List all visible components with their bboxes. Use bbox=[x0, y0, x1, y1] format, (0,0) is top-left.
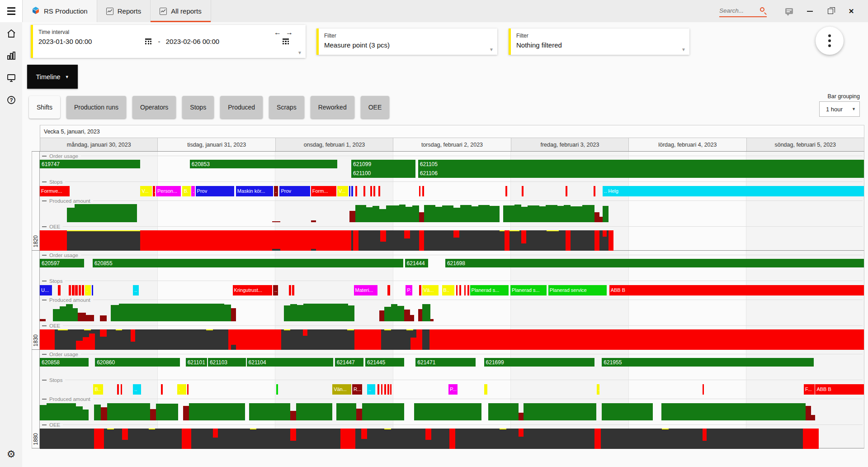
produced-bar[interactable] bbox=[406, 207, 412, 222]
collapse-dash-icon[interactable] bbox=[42, 325, 47, 326]
stop-bar[interactable] bbox=[381, 384, 383, 395]
produced-bar[interactable] bbox=[355, 205, 366, 222]
order-bar[interactable]: 621471 bbox=[415, 358, 476, 367]
stop-bar[interactable] bbox=[459, 285, 461, 295]
view-selector-button[interactable]: Timeline ▼ bbox=[27, 65, 78, 89]
stop-bar[interactable]: Prov bbox=[279, 186, 310, 196]
stop-bar[interactable] bbox=[456, 285, 458, 295]
oee-bar[interactable] bbox=[67, 230, 140, 251]
stop-bar[interactable]: Person... bbox=[156, 186, 181, 196]
stop-bar[interactable]: Vän... bbox=[332, 384, 351, 395]
produced-bar[interactable] bbox=[53, 309, 60, 321]
produced-bar[interactable] bbox=[150, 409, 156, 420]
produced-bar[interactable] bbox=[661, 403, 806, 420]
stop-bar[interactable]: . bbox=[191, 186, 194, 196]
stop-bar[interactable]: U... bbox=[40, 285, 52, 295]
tab-reports[interactable]: Reports bbox=[97, 0, 151, 22]
oee-bar[interactable] bbox=[281, 329, 354, 350]
produced-bar[interactable] bbox=[412, 205, 419, 222]
produced-bar[interactable] bbox=[594, 212, 599, 222]
stop-bar[interactable]: R... bbox=[352, 384, 362, 395]
tab-all-reports[interactable]: All reports bbox=[151, 0, 211, 22]
produced-bar[interactable] bbox=[83, 410, 89, 420]
produced-bar[interactable] bbox=[290, 411, 296, 420]
produced-bar[interactable] bbox=[119, 304, 224, 321]
produced-bar[interactable] bbox=[67, 208, 74, 222]
produced-bar[interactable] bbox=[78, 313, 86, 321]
stop-bar[interactable]: Maskin kör... bbox=[236, 186, 273, 196]
produced-bar[interactable] bbox=[231, 308, 236, 321]
stop-bar[interactable] bbox=[377, 384, 379, 395]
oee-bar[interactable] bbox=[429, 329, 864, 350]
stop-bar[interactable] bbox=[289, 285, 291, 295]
close-button[interactable]: ✕ bbox=[841, 0, 862, 22]
produced-bar[interactable] bbox=[521, 207, 528, 222]
stop-bar[interactable]: V... bbox=[140, 186, 152, 196]
produced-bar[interactable] bbox=[189, 403, 245, 420]
time-from-value[interactable]: 2023-01-30 00:00 bbox=[38, 38, 92, 45]
stop-bar[interactable]: ABB B bbox=[609, 285, 864, 295]
produced-bar[interactable] bbox=[107, 403, 150, 420]
oee-bar[interactable] bbox=[422, 329, 429, 350]
restore-button[interactable] bbox=[820, 0, 841, 22]
sidebar-item-screens[interactable] bbox=[0, 67, 22, 89]
tab-operators[interactable]: Operators bbox=[132, 96, 176, 119]
stop-bar[interactable] bbox=[566, 186, 567, 196]
stop-bar[interactable]: . bbox=[85, 285, 91, 295]
stop-bar[interactable] bbox=[378, 186, 380, 196]
order-bar[interactable]: 621104 bbox=[247, 358, 333, 367]
order-bar[interactable]: 621699 bbox=[484, 358, 594, 367]
produced-bar[interactable] bbox=[602, 403, 653, 420]
oee-bar[interactable] bbox=[609, 230, 613, 251]
produced-bar[interactable] bbox=[564, 205, 571, 222]
stop-bar[interactable] bbox=[522, 186, 524, 196]
order-bar[interactable]: 620853 bbox=[190, 160, 337, 168]
stop-bar[interactable] bbox=[121, 384, 123, 395]
chevron-down-icon[interactable]: ▼ bbox=[297, 50, 302, 55]
produced-bar[interactable] bbox=[40, 319, 46, 321]
produced-bar[interactable] bbox=[546, 205, 557, 222]
order-bar[interactable]: 620858 bbox=[40, 358, 89, 367]
stop-bar[interactable] bbox=[69, 285, 71, 295]
order-bar[interactable]: 621099621100 bbox=[351, 160, 415, 178]
stop-bar[interactable]: Prov bbox=[196, 186, 235, 196]
produced-bar[interactable] bbox=[571, 206, 582, 222]
stop-bar[interactable] bbox=[703, 384, 704, 395]
tab-produced[interactable]: Produced bbox=[220, 96, 263, 119]
stop-bar[interactable] bbox=[79, 285, 81, 295]
stop-bar[interactable]: Form... bbox=[311, 186, 337, 196]
tab-stops[interactable]: Stops bbox=[182, 96, 214, 119]
stop-bar[interactable] bbox=[467, 285, 469, 295]
stop-bar[interactable]: B. bbox=[182, 186, 190, 196]
produced-bar[interactable] bbox=[422, 304, 430, 321]
produced-bar[interactable] bbox=[366, 207, 373, 222]
stop-bar[interactable] bbox=[484, 384, 487, 395]
produced-bar[interactable] bbox=[297, 305, 304, 321]
stop-bar[interactable] bbox=[161, 384, 163, 395]
stop-bar[interactable] bbox=[355, 186, 357, 196]
measure-point-filter-card[interactable]: Filter Measure point (3 pcs) ▼ bbox=[316, 29, 497, 55]
sidebar-item-home[interactable] bbox=[0, 22, 22, 44]
more-options-button[interactable] bbox=[816, 27, 844, 55]
settings-gear-icon[interactable]: ⚙ bbox=[0, 443, 22, 465]
collapse-dash-icon[interactable] bbox=[42, 156, 47, 157]
produced-bar[interactable] bbox=[391, 304, 398, 321]
oee-bar[interactable] bbox=[354, 329, 381, 350]
oee-bar[interactable] bbox=[228, 329, 281, 350]
order-bar[interactable]: 621444 bbox=[405, 259, 428, 267]
stop-bar[interactable] bbox=[419, 186, 421, 196]
stop-bar[interactable] bbox=[117, 384, 119, 395]
produced-bar[interactable] bbox=[356, 409, 362, 420]
order-bar[interactable]: 620860 bbox=[95, 358, 180, 367]
produced-bar[interactable] bbox=[557, 206, 564, 222]
oee-bar[interactable] bbox=[40, 329, 55, 350]
order-bar[interactable]: 621103 bbox=[208, 358, 246, 367]
stop-bar[interactable]: Materi... bbox=[354, 285, 378, 295]
produced-bar[interactable] bbox=[224, 305, 231, 321]
produced-bar[interactable] bbox=[503, 205, 515, 222]
produced-bar[interactable] bbox=[384, 307, 391, 321]
produced-bar[interactable] bbox=[399, 205, 406, 222]
produced-bar[interactable] bbox=[524, 403, 596, 420]
stop-bar[interactable] bbox=[292, 285, 294, 295]
produced-bar[interactable] bbox=[76, 406, 83, 420]
